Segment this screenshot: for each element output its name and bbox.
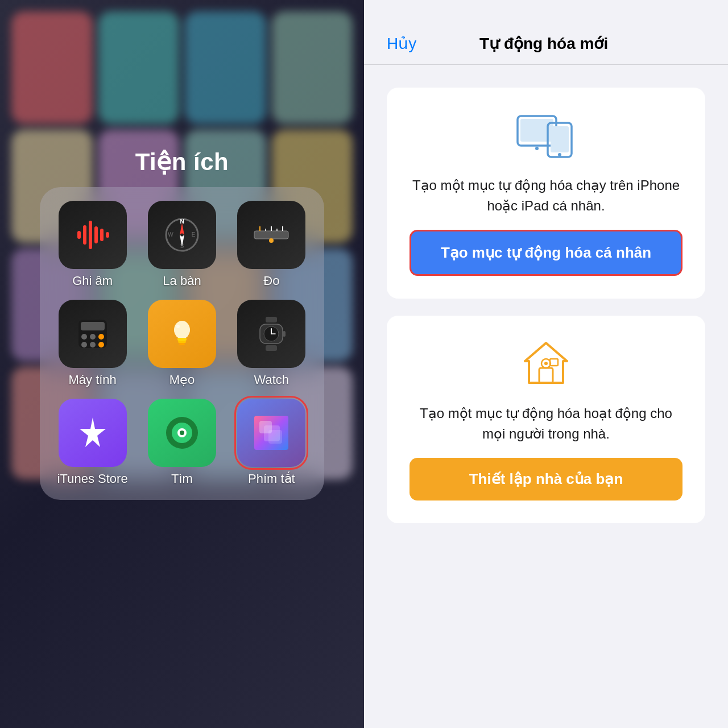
home-automation-card: Tạo một mục tự động hóa hoạt động cho mọ… bbox=[387, 316, 705, 523]
right-panel: Hủy Tự động hóa mới Tạo m bbox=[364, 0, 728, 728]
svg-point-54 bbox=[558, 153, 561, 156]
app-itunes[interactable]: iTunes Store bbox=[53, 399, 131, 486]
svg-rect-39 bbox=[283, 331, 286, 337]
svg-point-44 bbox=[180, 431, 184, 435]
shortcuts-icon bbox=[237, 399, 305, 467]
svg-rect-48 bbox=[268, 430, 282, 444]
cancel-button[interactable]: Hủy bbox=[387, 34, 416, 53]
svg-rect-0 bbox=[77, 231, 81, 239]
svg-point-26 bbox=[90, 342, 96, 348]
svg-marker-40 bbox=[80, 417, 106, 447]
svg-rect-21 bbox=[81, 322, 105, 330]
svg-rect-5 bbox=[106, 232, 109, 238]
app-recording[interactable]: Ghi âm bbox=[53, 201, 131, 288]
app-calculator[interactable]: Máy tính bbox=[53, 300, 131, 387]
find-icon bbox=[148, 399, 216, 467]
folder-title: Tiện ích bbox=[40, 148, 324, 176]
svg-rect-52 bbox=[551, 126, 569, 152]
tips-icon bbox=[148, 300, 216, 368]
svg-rect-13 bbox=[254, 231, 288, 239]
svg-point-32 bbox=[176, 325, 180, 328]
watch-label: Watch bbox=[254, 373, 289, 387]
svg-point-28 bbox=[174, 321, 190, 339]
itunes-icon bbox=[59, 399, 127, 467]
calculator-icon bbox=[59, 300, 127, 368]
svg-rect-4 bbox=[100, 229, 104, 241]
app-shortcuts[interactable]: Phím tắt bbox=[233, 399, 311, 486]
recording-icon bbox=[59, 201, 127, 269]
shortcuts-label: Phím tắt bbox=[248, 471, 295, 486]
page-title: Tự động hóa mới bbox=[479, 34, 608, 53]
tips-label: Mẹo bbox=[169, 373, 195, 387]
measure-icon bbox=[237, 201, 305, 269]
recording-label: Ghi âm bbox=[72, 274, 113, 288]
bg-icon-1 bbox=[11, 11, 93, 124]
bg-icon-2 bbox=[98, 11, 180, 124]
personal-description: Tạo một mục tự động hóa chạy trên iPhone… bbox=[410, 175, 682, 216]
app-compass[interactable]: N E S W La bàn bbox=[143, 201, 221, 288]
itunes-label: iTunes Store bbox=[57, 471, 128, 486]
bg-icon-3 bbox=[185, 11, 266, 124]
home-description: Tạo một mục tự động hóa hoạt động cho mọ… bbox=[410, 403, 682, 444]
device-icon bbox=[515, 110, 577, 162]
svg-rect-30 bbox=[178, 341, 186, 343]
personal-automation-card: Tạo một mục tự động hóa chạy trên iPhone… bbox=[387, 88, 705, 299]
svg-rect-33 bbox=[266, 317, 277, 322]
app-tips[interactable]: Mẹo bbox=[143, 300, 221, 387]
svg-text:E: E bbox=[192, 231, 196, 238]
compass-icon: N E S W bbox=[148, 201, 216, 269]
svg-rect-29 bbox=[177, 338, 187, 341]
find-label: Tìm bbox=[171, 471, 193, 486]
personal-automation-button[interactable]: Tạo mục tự động hóa cá nhân bbox=[410, 230, 682, 276]
app-find[interactable]: Tìm bbox=[143, 399, 221, 486]
svg-rect-38 bbox=[266, 345, 277, 351]
measure-label: Đo bbox=[263, 274, 279, 288]
folder-box: Ghi âm N E S W La bàn bbox=[40, 187, 324, 500]
calculator-label: Máy tính bbox=[68, 373, 116, 387]
right-content: Tạo một mục tự động hóa chạy trên iPhone… bbox=[364, 65, 728, 728]
svg-point-59 bbox=[544, 362, 548, 365]
svg-point-22 bbox=[81, 334, 87, 340]
home-setup-button[interactable]: Thiết lập nhà của bạn bbox=[410, 458, 682, 500]
folder-container: Tiện ích bbox=[40, 148, 324, 500]
svg-point-27 bbox=[98, 342, 104, 348]
svg-point-25 bbox=[81, 342, 87, 348]
svg-point-23 bbox=[90, 334, 96, 340]
svg-rect-3 bbox=[94, 226, 98, 243]
home-icon bbox=[520, 338, 572, 390]
svg-point-19 bbox=[269, 238, 274, 243]
right-header: Hủy Tự động hóa mới bbox=[364, 0, 728, 65]
svg-rect-57 bbox=[550, 359, 558, 366]
bg-icon-4 bbox=[272, 11, 353, 124]
compass-label: La bàn bbox=[163, 274, 201, 288]
svg-rect-1 bbox=[83, 225, 86, 245]
svg-rect-2 bbox=[89, 221, 92, 249]
app-watch[interactable]: Watch bbox=[233, 300, 311, 387]
app-measure[interactable]: Đo bbox=[233, 201, 311, 288]
svg-marker-11 bbox=[180, 223, 184, 235]
svg-text:W: W bbox=[168, 231, 173, 238]
svg-point-53 bbox=[535, 147, 539, 150]
svg-point-24 bbox=[98, 334, 104, 340]
svg-rect-31 bbox=[179, 343, 185, 345]
watch-icon bbox=[237, 300, 305, 368]
left-panel: Tiện ích bbox=[0, 0, 364, 728]
app-grid: Ghi âm N E S W La bàn bbox=[53, 201, 311, 486]
svg-rect-56 bbox=[539, 368, 553, 383]
